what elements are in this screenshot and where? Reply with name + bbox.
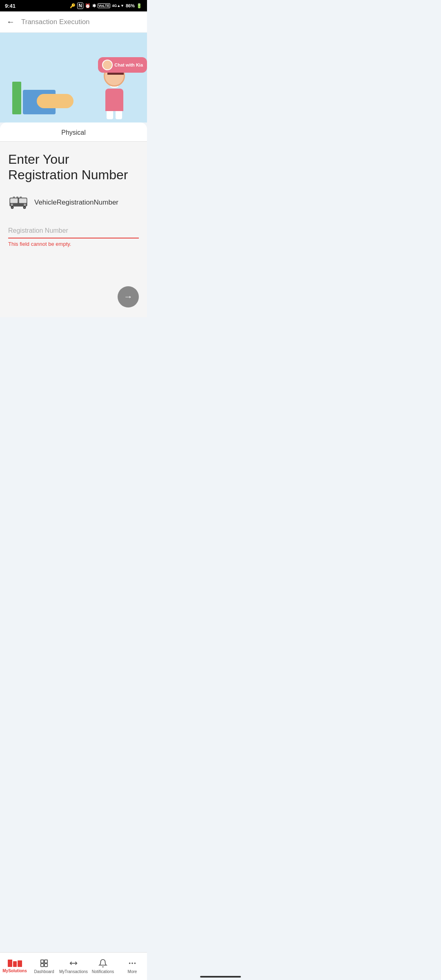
- hero-illustration: Chat with Kia: [0, 33, 147, 122]
- vehicle-row: VehicleRegistrationNumber: [8, 194, 139, 211]
- card-header: Physical: [0, 122, 147, 142]
- char-body: [105, 89, 123, 111]
- character-illustration: [98, 65, 131, 118]
- book-stack: [12, 82, 56, 114]
- vehicle-label: VehicleRegistrationNumber: [34, 198, 118, 207]
- battery-icon: 🔋: [136, 3, 142, 9]
- registration-number-input[interactable]: [8, 224, 139, 238]
- vehicle-icon-wrap: [8, 194, 29, 211]
- next-button[interactable]: →: [118, 286, 139, 307]
- svg-rect-1: [10, 198, 18, 203]
- card-header-title: Physical: [61, 129, 86, 136]
- error-message: This field cannot be empty.: [8, 241, 139, 247]
- char-leg-left: [107, 111, 113, 119]
- chat-bubble[interactable]: Chat with Kia: [98, 57, 147, 73]
- book-scroll: [37, 94, 74, 108]
- main-card: Physical Enter Your Registration Number: [0, 122, 147, 317]
- status-time: 9:41: [5, 3, 16, 9]
- signal-icon: 4G▲▼: [112, 4, 124, 8]
- bluetooth-icon: ✱: [92, 3, 96, 9]
- vehicle-icon: [8, 194, 29, 209]
- svg-rect-7: [11, 204, 13, 206]
- status-bar: 9:41 🔑 N ⏰ ✱ VoLTE 4G▲▼ 86% 🔋: [0, 0, 147, 11]
- char-leg-right: [116, 111, 122, 119]
- status-icons: 🔑 N ⏰ ✱ VoLTE 4G▲▼ 86% 🔋: [70, 2, 142, 9]
- form-main-title: Enter Your Registration Number: [8, 151, 139, 183]
- registration-input-group: This field cannot be empty.: [8, 224, 139, 247]
- chat-bubble-label: Chat with Kia: [114, 62, 143, 67]
- battery-label: 86%: [126, 3, 135, 8]
- svg-point-4: [11, 207, 13, 208]
- form-content: Enter Your Registration Number: [0, 142, 147, 317]
- alarm-icon: ⏰: [85, 3, 91, 9]
- nfc-icon: N: [77, 2, 83, 9]
- header: ← Transaction Execution: [0, 11, 147, 33]
- hero-area: Chat with Kia: [0, 33, 147, 122]
- chat-avatar: [102, 60, 113, 70]
- book-green: [12, 82, 21, 114]
- svg-rect-2: [19, 198, 27, 203]
- svg-rect-10: [16, 196, 18, 198]
- next-arrow-icon: →: [124, 292, 133, 302]
- svg-point-6: [24, 207, 25, 208]
- svg-rect-8: [24, 204, 26, 206]
- char-legs: [98, 111, 131, 119]
- key-icon: 🔑: [70, 3, 76, 9]
- page-title: Transaction Execution: [21, 18, 90, 26]
- svg-rect-9: [13, 196, 15, 198]
- back-button[interactable]: ←: [7, 17, 15, 27]
- svg-rect-11: [20, 196, 22, 198]
- volte-icon: VoLTE: [98, 3, 110, 8]
